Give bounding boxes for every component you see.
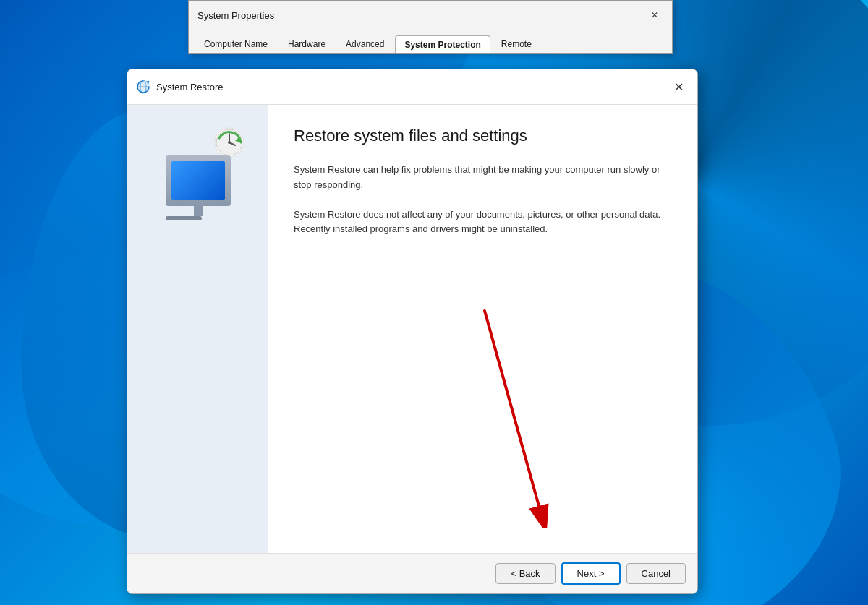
svg-line-9 (485, 311, 539, 506)
monitor-stand (194, 206, 203, 216)
system-properties-close-button[interactable]: ✕ (646, 7, 663, 24)
tab-remote[interactable]: Remote (492, 35, 541, 53)
back-button[interactable]: < Back (495, 563, 555, 584)
svg-point-7 (228, 141, 231, 144)
system-properties-titlebar: System Properties ✕ (189, 1, 672, 30)
restore-paragraph-1: System Restore can help fix problems tha… (294, 163, 672, 193)
tab-computer-name[interactable]: Computer Name (195, 35, 277, 53)
cancel-button[interactable]: Cancel (626, 563, 686, 584)
clock-icon (213, 126, 245, 158)
system-properties-title: System Properties (197, 10, 274, 21)
system-restore-title-text: System Restore (156, 82, 223, 93)
system-restore-body: Restore system files and settings System… (127, 105, 697, 553)
system-restore-close-button[interactable]: ✕ (668, 77, 689, 97)
tab-system-protection[interactable]: System Protection (395, 35, 490, 53)
annotation-arrow (441, 304, 586, 528)
system-properties-tabs: Computer Name Hardware Advanced System P… (189, 30, 672, 53)
system-restore-titlebar: System Restore ✕ (127, 69, 697, 105)
monitor-base (166, 216, 202, 220)
tab-hardware[interactable]: Hardware (278, 35, 335, 53)
restore-title-left: System Restore (136, 80, 223, 94)
next-button[interactable]: Next > (561, 562, 621, 585)
tab-advanced[interactable]: Advanced (336, 35, 393, 53)
restore-paragraph-2: System Restore does not affect any of yo… (294, 207, 672, 238)
monitor-body (166, 155, 231, 206)
system-properties-window: System Properties ✕ Computer Name Hardwa… (188, 0, 673, 54)
restore-heading: Restore system files and settings (294, 126, 672, 145)
restore-footer: < Back Next > Cancel (127, 553, 697, 593)
restore-sidebar (127, 105, 268, 553)
system-restore-icon (136, 80, 150, 94)
system-restore-dialog: System Restore ✕ (127, 69, 698, 594)
restore-illustration (166, 134, 231, 220)
monitor-screen (171, 161, 225, 200)
titlebar-controls: ✕ (646, 7, 663, 24)
